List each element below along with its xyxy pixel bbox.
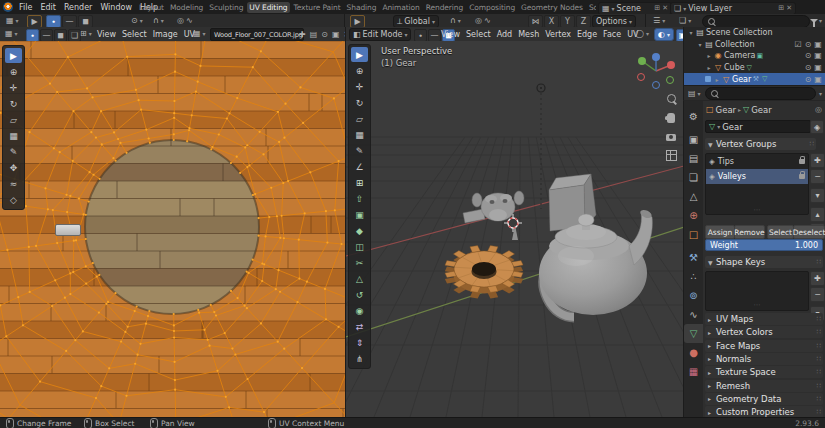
pin-icon[interactable]: ◎ — [815, 105, 822, 114]
panel-normals[interactable]: ▸Normals∷ — [705, 353, 823, 365]
viewport-canvas[interactable]: User Perspective (1) Gear ▶⊕✛↻▱▦✎∠⊞⇧▣◆◫✂… — [345, 41, 684, 417]
xray-toggle[interactable]: ◐▾ — [654, 28, 674, 41]
menu-face[interactable]: Face — [600, 30, 624, 39]
uv-tool-cursor[interactable]: ⊕ — [5, 64, 22, 79]
properties-search-input[interactable] — [705, 87, 816, 100]
v3d-tool-cursor[interactable]: ⊕ — [351, 63, 368, 78]
remove-button[interactable]: Remove — [734, 225, 765, 239]
properties-tab-tool[interactable]: ⚙ — [684, 107, 704, 126]
properties-tab-modifiers[interactable]: ⚒ — [684, 248, 704, 267]
disclosure-icon[interactable]: ▸ — [705, 52, 713, 59]
breadcrumb-object[interactable]: Gear — [716, 105, 737, 115]
panel-remesh[interactable]: ▸Remesh∷ — [705, 380, 823, 392]
outliner-item-cube[interactable]: ▸▽Cube▽⊙▣ — [684, 62, 825, 74]
uv-tool-grab[interactable]: ✥ — [5, 160, 22, 175]
tab-uv-editing[interactable]: UV Editing — [247, 2, 290, 13]
eye-icon[interactable]: ⊙ — [803, 51, 813, 60]
image-new-icon[interactable]: ✚ — [299, 30, 306, 39]
menu-view[interactable]: View — [94, 30, 119, 39]
menu-edit[interactable]: Edit — [36, 3, 60, 12]
disclosure-icon[interactable]: ▸ — [705, 64, 713, 71]
v3d-tool-edge-slide[interactable]: ⇄ — [351, 319, 368, 334]
eye-icon[interactable]: ⊙ — [803, 75, 813, 84]
v3d-tool-measure[interactable]: ∠ — [351, 159, 368, 174]
v3d-tool-rotate[interactable]: ↻ — [351, 95, 368, 110]
menu-vertex[interactable]: Vertex — [542, 30, 574, 39]
image-browse-dropdown[interactable]: ▦▾ — [190, 28, 209, 39]
v3d-tool-scale[interactable]: ▱ — [351, 111, 368, 126]
new-view-layer-icon[interactable]: ⊞ — [778, 4, 784, 12]
v3d-tool-bevel[interactable]: ◆ — [351, 223, 368, 238]
add-shape-key-button[interactable]: ✚ — [810, 271, 825, 286]
image-pin-icon[interactable]: ⊙ — [321, 30, 328, 39]
v3d-tool-transform[interactable]: ▦ — [351, 127, 368, 142]
object-suzanne[interactable] — [463, 191, 524, 240]
outliner-display-mode-dropdown[interactable]: ❏▾ — [676, 15, 694, 26]
remove-vertex-group-button[interactable]: − — [810, 169, 825, 184]
disclosure-icon[interactable]: ▾ — [696, 41, 704, 48]
tab-shading[interactable]: Shading — [344, 2, 379, 13]
menu-select[interactable]: Select — [119, 30, 150, 39]
close-icon[interactable]: ✕ — [662, 4, 668, 12]
uv-tool-annotate[interactable]: ✎ — [5, 144, 22, 159]
tab-layout[interactable]: Layout — [137, 2, 167, 13]
v3d-tool-inset-faces[interactable]: ▣ — [351, 207, 368, 222]
remove-shape-key-button[interactable]: − — [810, 287, 825, 302]
uv-face-select-icon[interactable]: ◼ — [54, 29, 67, 42]
uv-2d-cursor-widget[interactable] — [55, 224, 81, 236]
menu-window[interactable]: Window — [96, 3, 136, 12]
proportional-edit-group[interactable]: ◎∿ — [472, 15, 494, 26]
uv-tool-scale[interactable]: ▱ — [5, 112, 22, 127]
image-name-field[interactable]: Wood_Floor_007_COLOR.jpg — [210, 28, 304, 41]
remove-view-layer-icon[interactable]: ✕ — [786, 4, 792, 12]
uv-editor-type-dropdown[interactable]: ▦▾ — [3, 15, 22, 26]
properties-tab-world[interactable]: ⊕ — [684, 206, 704, 225]
eye-icon[interactable]: ⊙ — [803, 63, 813, 72]
v3d-tool-move[interactable]: ✛ — [351, 79, 368, 94]
properties-editor-type-dropdown[interactable]: ▤▾ — [687, 88, 702, 99]
camera-view-icon[interactable] — [664, 130, 678, 144]
lock-icon[interactable] — [799, 174, 805, 179]
uv-pivot-dropdown[interactable]: ⊙▾ — [128, 15, 146, 26]
menu-view[interactable]: View — [438, 30, 463, 39]
tab-scripting[interactable]: Scripting — [586, 2, 596, 13]
uv-editor-canvas[interactable]: ▶⊕✛↻▱▦✎✥≈◇ — [0, 41, 345, 417]
shape-keys-list[interactable]: ⋯ — [705, 271, 809, 311]
v3d-tool-annotate[interactable]: ✎ — [351, 143, 368, 158]
outliner-editor-type-dropdown[interactable]: ☰▾ — [650, 15, 668, 26]
uv-sticky-select-dropdown[interactable]: ⊞▾ — [77, 28, 95, 39]
image-pack-icon[interactable]: ▣ — [332, 30, 340, 39]
uv-tool-rotate[interactable]: ↻ — [5, 96, 22, 111]
deselect-button[interactable]: Deselect — [793, 225, 825, 239]
outliner-filter-dropdown[interactable]: ▾ — [810, 17, 822, 24]
panel-geometry-data[interactable]: ▸Geometry Data∷ — [705, 393, 823, 405]
v3d-tool-select-box[interactable]: ▶ — [351, 47, 368, 62]
v3d-tool-add-cube[interactable]: ⊞ — [351, 175, 368, 190]
properties-tab-output[interactable]: ▤ — [684, 149, 704, 168]
select-button[interactable]: Select — [767, 225, 794, 239]
properties-tab-constraints[interactable]: ∿ — [684, 305, 704, 324]
uv-editor-type-button[interactable]: ▦▾ — [2, 28, 21, 39]
uv-vertex-select-icon[interactable]: ∙ — [26, 29, 39, 42]
fake-user-shield-icon[interactable]: ◈ — [810, 120, 824, 134]
tab-rendering[interactable]: Rendering — [423, 2, 465, 13]
camera-visibility-icon[interactable]: ▣ — [813, 63, 823, 72]
shape-keys-panel-header[interactable]: ▼ Shape Keys ∷ — [705, 256, 823, 268]
pan-hand-icon[interactable] — [664, 111, 678, 125]
properties-tab-scene[interactable]: △ — [684, 187, 704, 206]
properties-tab-view-layer[interactable]: ❏ — [684, 168, 704, 187]
mesh-name-field[interactable]: ▽ ▾ Gear — [705, 120, 811, 133]
new-scene-icon[interactable]: ⊞ — [654, 4, 660, 12]
properties-tab-particles[interactable]: ∴ — [684, 267, 704, 286]
properties-tab-object[interactable]: □ — [684, 225, 704, 244]
v3d-tool-extrude-region[interactable]: ⇧ — [351, 191, 368, 206]
uv-snap-dropdown[interactable]: ∩▾ — [150, 15, 167, 26]
scene-selector[interactable]: ▦▾ Scene ⊞ ✕ — [598, 2, 672, 15]
camera-visibility-icon[interactable]: ▣ — [813, 51, 823, 60]
properties-tab-render[interactable]: ▣ — [684, 130, 704, 149]
v3d-tool-rip-region[interactable]: ⋔ — [351, 351, 368, 366]
menu-add[interactable]: Add — [494, 30, 516, 39]
properties-tab-texture[interactable]: ▦ — [684, 362, 704, 381]
outliner-item-gear[interactable]: ▸▽Gear⚒▽⊙▣ — [684, 73, 825, 85]
menu-select[interactable]: Select — [463, 30, 494, 39]
